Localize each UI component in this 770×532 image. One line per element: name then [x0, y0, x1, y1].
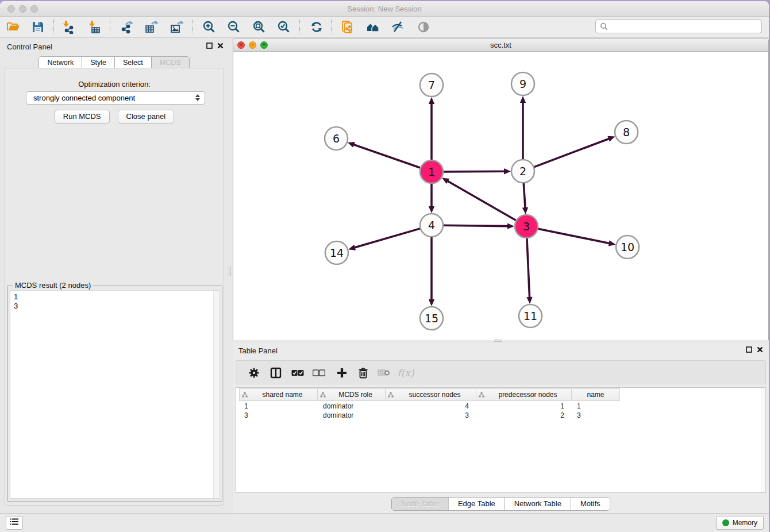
graph-node-14[interactable]: 14: [325, 241, 348, 264]
graph-node-6[interactable]: 6: [325, 127, 348, 150]
graph-node-3[interactable]: 3: [515, 215, 538, 238]
graph-edge-3-10[interactable]: [538, 229, 610, 244]
search-field[interactable]: [595, 20, 762, 33]
zoom-in-icon[interactable]: [202, 20, 217, 34]
table-cell-successor-nodes[interactable]: 3: [386, 411, 476, 420]
graph-node-11[interactable]: 11: [519, 304, 542, 327]
table-tab-edge-table[interactable]: Edge Table: [449, 498, 505, 510]
show-all-networks-icon[interactable]: [365, 20, 380, 34]
main-toolbar: [0, 17, 769, 38]
graph-node-8[interactable]: 8: [615, 121, 638, 144]
table-tab-motifs[interactable]: Motifs: [571, 498, 610, 510]
graph-edge-2-3[interactable]: [523, 183, 525, 209]
hide-panels-icon[interactable]: [390, 20, 405, 34]
table-cell-mcds-role[interactable]: dominator: [318, 411, 386, 420]
graph-node-2[interactable]: 2: [511, 160, 534, 183]
import-table-icon[interactable]: [87, 20, 102, 34]
export-image-icon[interactable]: [170, 20, 184, 34]
zoom-out-icon[interactable]: [226, 20, 241, 34]
delete-table-icon[interactable]: [377, 366, 391, 380]
table-cell-shared-name[interactable]: 1: [239, 402, 318, 411]
memory-button[interactable]: Memory: [716, 516, 764, 530]
mcds-result-line: 1: [10, 292, 220, 302]
float-panel-icon[interactable]: [206, 43, 213, 49]
show-panels-eye-icon[interactable]: [416, 20, 431, 34]
close-panel-icon[interactable]: [217, 43, 224, 49]
table-settings-gear-icon[interactable]: [247, 366, 261, 380]
function-builder-icon[interactable]: f(x): [399, 366, 413, 380]
search-input[interactable]: [611, 21, 761, 32]
table-tab-node-table[interactable]: Node Table: [392, 498, 449, 510]
table-cell-predecessor-nodes[interactable]: 1: [476, 402, 572, 411]
delete-row-icon[interactable]: [356, 366, 370, 380]
export-table-icon[interactable]: [144, 20, 159, 34]
column-header-shared-name[interactable]: shared name: [239, 388, 318, 401]
graph-edge-3-11[interactable]: [527, 238, 530, 298]
graph-node-9[interactable]: 9: [511, 72, 534, 95]
graph-edge-4-3[interactable]: [444, 225, 509, 226]
column-header-mcds-role[interactable]: MCDS role: [318, 388, 386, 401]
vertical-splitter-handle[interactable]: [229, 267, 231, 276]
clone-network-icon[interactable]: [340, 20, 355, 34]
mcds-panel: Optimization criterion: strongly connect…: [5, 68, 224, 506]
node-table[interactable]: shared nameMCDS rolesuccessor nodesprede…: [236, 387, 766, 493]
table-cell-predecessor-nodes[interactable]: 2: [476, 411, 572, 420]
table-row[interactable]: 1dominator411: [239, 402, 760, 411]
column-header-predecessor-nodes[interactable]: predecessor nodes: [476, 388, 572, 401]
export-network-icon[interactable]: [120, 20, 134, 34]
column-header-successor-nodes[interactable]: successor nodes: [386, 388, 476, 401]
column-header-label: successor nodes: [394, 391, 476, 399]
table-cell-successor-nodes[interactable]: 4: [386, 402, 476, 411]
graph-edge-arrowhead: [520, 96, 526, 103]
criterion-dropdown[interactable]: strongly connected component: [26, 91, 205, 105]
zoom-fit-icon[interactable]: [252, 20, 267, 34]
graph-node-4[interactable]: 4: [420, 214, 443, 237]
table-cell-shared-name[interactable]: 3: [239, 411, 318, 420]
horizontal-splitter-handle[interactable]: [494, 340, 502, 342]
graph-node-1[interactable]: 1: [420, 160, 443, 183]
table-tab-network-table[interactable]: Network Table: [505, 498, 571, 510]
graph-edge-1-6[interactable]: [353, 144, 420, 168]
select-all-icon[interactable]: [291, 366, 305, 380]
graph-edge-4-14[interactable]: [354, 229, 420, 248]
graph-node-10[interactable]: 10: [616, 236, 639, 259]
graph-edge-3-1[interactable]: [447, 180, 516, 220]
save-session-icon[interactable]: [30, 20, 45, 34]
deselect-all-icon[interactable]: [312, 366, 326, 380]
zoom-selected-icon[interactable]: [276, 20, 291, 34]
svg-text:9: 9: [519, 78, 526, 90]
column-header-name[interactable]: name: [572, 388, 620, 401]
mcds-result-textarea[interactable]: 13: [10, 290, 220, 499]
table-cell-mcds-role[interactable]: dominator: [318, 402, 386, 411]
network-canvas[interactable]: 7968124314101511: [233, 52, 768, 340]
graph-edge-1-2[interactable]: [444, 171, 505, 172]
refresh-view-icon[interactable]: [309, 20, 324, 34]
open-file-icon[interactable]: [6, 20, 21, 34]
control-panel: Control Panel NetworkStyleSelectMCDS Opt…: [0, 38, 228, 513]
table-cell-name[interactable]: 3: [572, 411, 620, 420]
table-cell-name[interactable]: 1: [572, 402, 620, 411]
graph-node-15[interactable]: 15: [420, 307, 443, 330]
task-history-button[interactable]: [6, 516, 23, 530]
table-scrollbar[interactable]: [761, 388, 765, 492]
tab-select[interactable]: Select: [115, 57, 152, 69]
table-row[interactable]: 3dominator323: [239, 411, 760, 420]
column-type-icon: [320, 392, 326, 398]
result-scrollbar[interactable]: [213, 291, 220, 498]
add-row-icon[interactable]: [335, 366, 349, 380]
svg-text:10: 10: [621, 241, 634, 253]
graph-edge-2-8[interactable]: [534, 138, 610, 167]
float-table-panel-icon[interactable]: [746, 346, 752, 353]
mcds-result-groupbox: MCDS result (2 nodes) 13: [7, 286, 222, 502]
graph-node-7[interactable]: 7: [420, 74, 443, 97]
import-network-icon[interactable]: [61, 20, 76, 34]
tab-mcds[interactable]: MCDS: [152, 57, 189, 69]
network-window-titlebar[interactable]: ✕ − + scc.txt: [233, 38, 768, 52]
tab-network[interactable]: Network: [39, 57, 82, 69]
close-panel-button[interactable]: Close panel: [118, 110, 175, 124]
close-table-panel-icon[interactable]: [757, 346, 763, 353]
show-columns-icon[interactable]: [269, 366, 283, 380]
network-view-window: ✕ − + scc.txt 7968124314101511: [233, 38, 769, 340]
run-mcds-button[interactable]: Run MCDS: [55, 110, 110, 124]
tab-style[interactable]: Style: [82, 57, 115, 69]
